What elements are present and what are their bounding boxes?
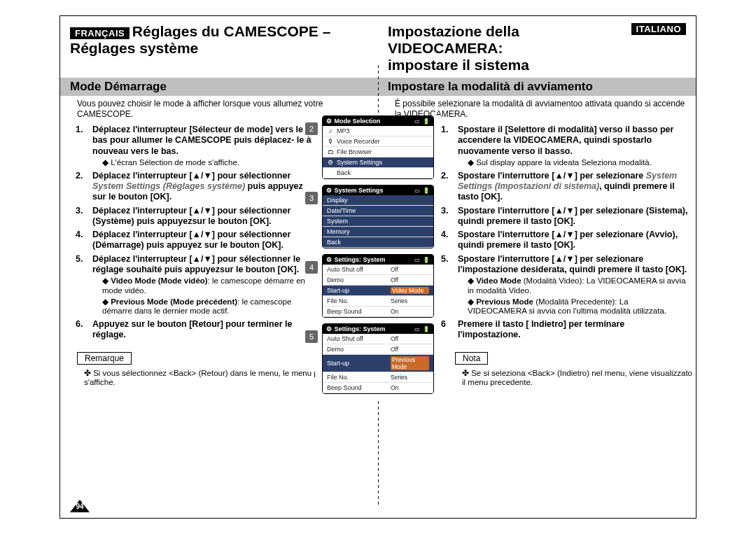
- screen: 5⚙ Settings: System▭ 🔋Auto Shut offOffDe…: [322, 323, 434, 394]
- step: 6Premere il tasto [ Indietro] per termin…: [441, 319, 689, 341]
- screen-title: ⚙ Mode Selection▭ 🔋: [323, 116, 433, 126]
- screen-row: Beep SoundOn: [323, 383, 433, 393]
- title-left-1: Réglages du CAMESCOPE –: [132, 23, 331, 39]
- step: 3.Déplacez l'interrupteur [▲/▼] pour sél…: [76, 206, 315, 227]
- screen-row: 🗀File Browser: [323, 147, 433, 157]
- section-left: Mode Démarrage: [60, 78, 378, 96]
- screen-row: ♪MP3: [323, 126, 433, 136]
- screen-row: File No.Series: [323, 296, 433, 307]
- title-right-2: impostare il sistema: [388, 57, 686, 73]
- screen-row: Back: [323, 168, 433, 178]
- screen: 3⚙ System Settings▭ 🔋DisplayDate/TimeSys…: [322, 185, 434, 248]
- step: 4.Déplacez l'interrupteur [▲/▼] pour sél…: [76, 230, 315, 251]
- screen-number: 3: [305, 192, 318, 204]
- device-screens: 2⚙ Mode Selection▭ 🔋♪MP3🎙Voice Recorder🗀…: [315, 115, 441, 400]
- lang-badge-it: ITALIANO: [631, 23, 686, 35]
- screen-row: Display: [323, 195, 433, 206]
- page-number: 94: [70, 500, 91, 514]
- step: 5.Déplacez l'interrupteur [▲/▼] pour sél…: [76, 254, 315, 317]
- step: 2.Déplacez l'interrupteur [▲/▼] pour sél…: [76, 171, 315, 203]
- screen-row: File No.Series: [323, 372, 433, 383]
- screen-row: Beep SoundOn: [323, 307, 433, 317]
- screen-title: ⚙ Settings: System▭ 🔋: [323, 324, 433, 334]
- step: 2.Spostare l'interruttore [▲/▼] per sele…: [441, 171, 689, 203]
- screen-row: Date/Time: [323, 206, 433, 216]
- screen-row: Memory: [323, 227, 433, 237]
- screen-row: Auto Shut offOff: [323, 334, 433, 344]
- screen-row: ⚙System Settings: [323, 157, 433, 168]
- screen-title: ⚙ System Settings▭ 🔋: [323, 185, 433, 195]
- screen-number: 5: [305, 330, 318, 343]
- section-right: Impostare la modalità di avviamento: [378, 78, 696, 96]
- header-right: ITALIANO Impostazione della VIDEOCAMERA:…: [378, 16, 696, 78]
- lang-badge-fr: FRANÇAIS: [70, 27, 130, 39]
- screen-title: ⚙ Settings: System▭ 🔋: [323, 255, 433, 265]
- screen-number: 2: [305, 122, 318, 135]
- header-left: FRANÇAIS Réglages du CAMESCOPE – Réglage…: [60, 16, 378, 78]
- step: 1.Déplacez l'interrupteur [Sélecteur de …: [76, 125, 315, 168]
- title-right-1: Impostazione della VIDEOCAMERA:: [388, 23, 519, 56]
- screen-row: 🎙Voice Recorder: [323, 136, 433, 147]
- step: 3.Spostare l'interruttore [▲/▼] per sele…: [441, 206, 689, 227]
- step: 4.Spostare l'interruttore [▲/▼] per sele…: [441, 230, 689, 251]
- screen-row: System: [323, 216, 433, 227]
- screen-row: Auto Shut offOff: [323, 265, 433, 275]
- step: 1.Spostare il [Selettore di modalità] ve…: [441, 125, 689, 168]
- step: 5.Spostare l'interruttore [▲/▼] per sele…: [441, 254, 689, 317]
- screen: 2⚙ Mode Selection▭ 🔋♪MP3🎙Voice Recorder🗀…: [322, 115, 434, 179]
- page: FRANÇAIS Réglages du CAMESCOPE – Réglage…: [59, 15, 696, 519]
- screen-row: DemoOff: [323, 344, 433, 355]
- title-left-2: Réglages système: [70, 40, 368, 57]
- screen: 4⚙ Settings: System▭ 🔋Auto Shut offOffDe…: [322, 254, 434, 318]
- screen-row: Back: [323, 237, 433, 248]
- screen-row: Start-upVideo Mode: [323, 286, 433, 296]
- screen-number: 4: [305, 261, 318, 274]
- step: 6.Appuyez sur le bouton [Retour] pour te…: [76, 319, 315, 341]
- note-label-left: Remarque: [77, 352, 132, 365]
- screen-row: DemoOff: [323, 275, 433, 286]
- note-label-right: Nota: [455, 352, 488, 365]
- screen-row: Start-upPrevious Mode: [323, 355, 433, 372]
